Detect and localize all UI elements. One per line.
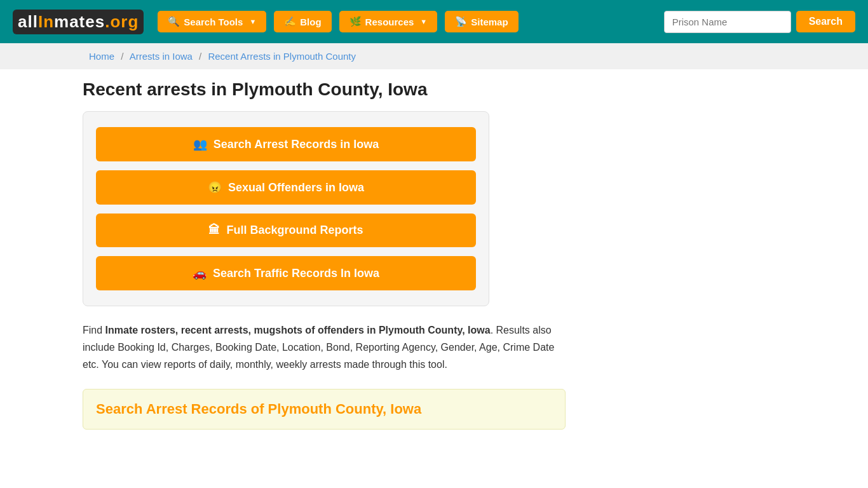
search-tools-label: Search Tools	[184, 17, 243, 27]
logo-in: In	[38, 12, 54, 31]
background-reports-label: Full Background Reports	[226, 224, 363, 237]
resources-button[interactable]: 🌿 Resources ▼	[339, 11, 438, 32]
header-search-button[interactable]: Search	[796, 11, 855, 32]
header: allInmates.org 🔍 Search Tools ▼ ✍ Blog 🌿…	[0, 0, 868, 43]
breadcrumb-home[interactable]: Home	[89, 51, 114, 62]
section-box: Search Arrest Records of Plymouth County…	[83, 389, 566, 430]
traffic-records-button[interactable]: 🚗 Search Traffic Records In Iowa	[96, 256, 476, 290]
sitemap-button[interactable]: 📡 Sitemap	[445, 11, 518, 32]
description-intro: Find	[83, 325, 105, 336]
blog-button[interactable]: ✍ Blog	[274, 11, 331, 32]
logo[interactable]: allInmates.org	[13, 10, 144, 34]
prison-name-input[interactable]	[664, 11, 791, 33]
breadcrumb-arrests-iowa[interactable]: Arrests in Iowa	[130, 51, 193, 62]
sitemap-icon: 📡	[455, 16, 467, 27]
breadcrumb-current: Recent Arrests in Plymouth County	[208, 51, 356, 62]
traffic-records-icon: 🚗	[193, 266, 207, 280]
sexual-offenders-icon: 😠	[208, 180, 222, 194]
search-tools-arrow-icon: ▼	[249, 18, 256, 25]
background-reports-icon: 🏛	[208, 224, 220, 237]
arrest-records-label: Search Arrest Records in Iowa	[214, 138, 379, 151]
traffic-records-label: Search Traffic Records In Iowa	[213, 267, 379, 280]
section-title: Search Arrest Records of Plymouth County…	[96, 401, 552, 417]
resources-icon: 🌿	[349, 16, 362, 27]
logo-mates: mates	[54, 12, 105, 31]
description-bold: Inmate rosters, recent arrests, mugshots…	[105, 325, 491, 336]
breadcrumb-sep-1: /	[121, 51, 123, 62]
sitemap-label: Sitemap	[471, 17, 508, 27]
header-search-area: Search	[664, 11, 855, 33]
breadcrumb-sep-2: /	[199, 51, 201, 62]
search-tools-icon: 🔍	[168, 16, 180, 27]
search-tools-button[interactable]: 🔍 Search Tools ▼	[158, 11, 266, 32]
page-title: Recent arrests in Plymouth County, Iowa	[83, 79, 785, 100]
logo-all: all	[18, 12, 38, 31]
header-search-label: Search	[809, 16, 843, 27]
logo-text: allInmates.org	[13, 10, 144, 34]
blog-label: Blog	[300, 17, 321, 27]
sexual-offenders-label: Sexual Offenders in Iowa	[228, 181, 364, 194]
sexual-offenders-button[interactable]: 😠 Sexual Offenders in Iowa	[96, 170, 476, 205]
resources-label: Resources	[365, 17, 414, 27]
arrest-records-icon: 👥	[193, 137, 207, 151]
logo-org: .org	[105, 12, 139, 31]
breadcrumb: Home / Arrests in Iowa / Recent Arrests …	[0, 43, 868, 69]
action-buttons-box: 👥 Search Arrest Records in Iowa 😠 Sexual…	[83, 111, 489, 306]
search-arrest-records-button[interactable]: 👥 Search Arrest Records in Iowa	[96, 127, 476, 161]
resources-arrow-icon: ▼	[420, 18, 427, 25]
description-text: Find Inmate rosters, recent arrests, mug…	[83, 322, 566, 374]
blog-icon: ✍	[284, 16, 296, 27]
background-reports-button[interactable]: 🏛 Full Background Reports	[96, 214, 476, 247]
